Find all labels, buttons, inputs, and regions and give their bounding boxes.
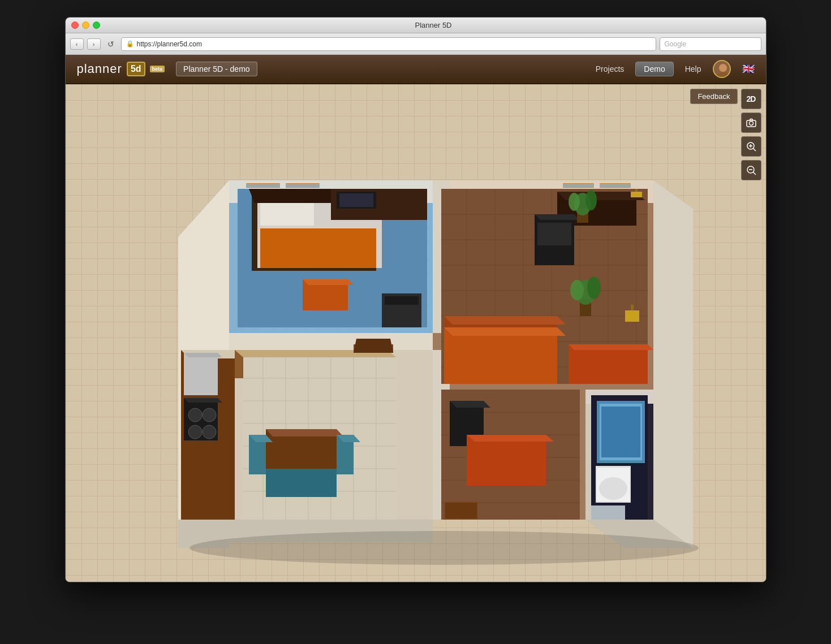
project-name[interactable]: Planner 5D - demo (176, 62, 257, 76)
svg-marker-79 (266, 429, 343, 436)
svg-marker-135 (467, 435, 546, 486)
url-text: https://planner5d.com (137, 40, 202, 48)
svg-marker-35 (260, 203, 314, 226)
logo-5d: 5d (127, 62, 145, 76)
svg-marker-136 (467, 435, 554, 442)
svg-marker-77 (354, 339, 393, 353)
svg-marker-52 (184, 353, 222, 357)
svg-marker-40 (339, 193, 373, 207)
zoom-out-button[interactable] (741, 160, 761, 180)
svg-rect-103 (600, 184, 631, 187)
svg-marker-113 (631, 192, 642, 197)
svg-rect-47 (246, 184, 280, 187)
svg-rect-102 (563, 184, 594, 187)
svg-marker-36 (260, 228, 376, 268)
app-header: planner 5d beta Planner 5D - demo Projec… (66, 55, 766, 84)
svg-marker-125 (569, 344, 648, 384)
svg-point-3 (749, 122, 753, 126)
url-bar[interactable]: 🔒 https://planner5d.com (121, 37, 656, 51)
camera-button[interactable] (741, 113, 761, 133)
svg-marker-146 (591, 505, 625, 520)
browser-window: Planner 5D ‹ › ↺ 🔒 https://planner5d.com… (65, 17, 767, 582)
search-bar[interactable]: Google (660, 37, 761, 51)
floorplan-3d (105, 90, 727, 576)
language-flag[interactable]: 🇬🇧 (742, 63, 755, 75)
svg-rect-138 (445, 503, 477, 518)
logo-area: planner 5d beta (77, 62, 165, 76)
svg-point-122 (587, 276, 601, 299)
svg-marker-134 (450, 401, 490, 408)
beta-badge: beta (150, 66, 165, 72)
maximize-button[interactable] (93, 21, 100, 29)
svg-point-55 (188, 408, 202, 422)
nav-projects[interactable]: Projects (596, 64, 625, 74)
logo-text: planner (77, 62, 122, 76)
browser-toolbar: ‹ › ↺ 🔒 https://planner5d.com Google (66, 33, 766, 55)
svg-point-149 (190, 531, 699, 565)
svg-marker-44 (385, 296, 419, 305)
svg-line-9 (753, 172, 756, 175)
reload-button[interactable]: ↺ (104, 38, 118, 50)
svg-point-57 (188, 425, 202, 439)
svg-point-111 (569, 193, 580, 211)
svg-rect-48 (286, 184, 320, 187)
title-bar: Planner 5D (66, 18, 766, 33)
svg-point-56 (203, 408, 216, 422)
close-button[interactable] (71, 21, 79, 29)
svg-marker-84 (266, 469, 337, 497)
svg-marker-124 (631, 305, 634, 310)
svg-point-121 (570, 280, 584, 300)
svg-marker-123 (625, 310, 639, 322)
svg-line-5 (753, 149, 756, 152)
svg-marker-142 (601, 407, 640, 457)
minimize-button[interactable] (82, 21, 89, 29)
user-avatar[interactable] (713, 60, 731, 78)
search-placeholder: Google (665, 40, 687, 48)
svg-point-112 (585, 190, 597, 210)
nav-demo[interactable]: Demo (635, 62, 673, 76)
svg-marker-107 (535, 214, 580, 220)
svg-marker-114 (635, 189, 638, 192)
svg-point-58 (203, 425, 216, 439)
right-toolbar: 2D (741, 89, 761, 180)
forward-button[interactable]: › (87, 38, 101, 50)
svg-point-145 (599, 477, 627, 500)
window-title: Planner 5D (107, 21, 760, 29)
traffic-lights (71, 21, 100, 29)
svg-point-1 (716, 72, 730, 78)
zoom-in-button[interactable] (741, 136, 761, 157)
lock-icon: 🔒 (126, 40, 134, 47)
nav-help[interactable]: Help (685, 64, 701, 74)
svg-marker-118 (444, 316, 566, 325)
svg-point-0 (719, 64, 727, 72)
svg-marker-54 (184, 398, 222, 403)
svg-marker-108 (537, 223, 571, 245)
svg-marker-26 (229, 333, 433, 350)
feedback-button[interactable]: Feedback (690, 89, 737, 104)
svg-marker-42 (303, 279, 354, 285)
2d-view-button[interactable]: 2D (741, 89, 761, 109)
svg-marker-116 (444, 327, 566, 336)
header-nav: Projects Demo Help 🇬🇧 (596, 60, 755, 78)
svg-marker-24 (653, 180, 693, 548)
svg-marker-51 (184, 353, 218, 395)
main-content: Feedback 2D (66, 84, 766, 582)
back-button[interactable]: ‹ (70, 38, 84, 50)
svg-marker-126 (569, 344, 653, 350)
